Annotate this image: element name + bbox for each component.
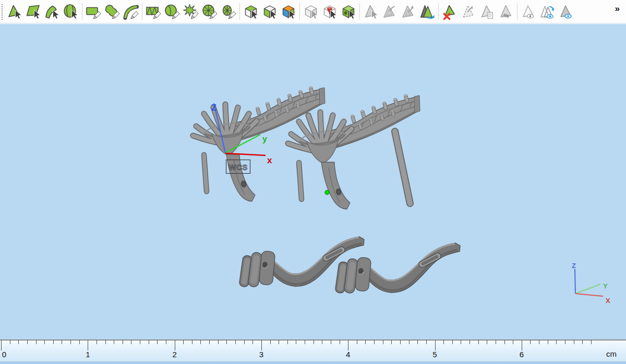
ruler-tick: [18, 340, 19, 344]
detach-selection-button[interactable]: [459, 0, 478, 22]
delete-selection-icon: [441, 3, 458, 20]
ruler-tick: [296, 340, 296, 344]
ruler-tick: [417, 340, 418, 344]
toolbar-grip-handle[interactable]: [2, 4, 3, 20]
ruler-tick: [391, 340, 392, 344]
hide-selection-button[interactable]: [519, 0, 538, 22]
orientation-x-label: X: [606, 297, 610, 305]
select-sphere-brush-button[interactable]: [163, 0, 182, 22]
toolbar-separator: [82, 3, 82, 20]
show-selection-button[interactable]: [557, 0, 575, 22]
mark-surface-icon: [44, 3, 61, 20]
detach-selection-icon: [460, 3, 477, 20]
copy-selection-icon: [479, 3, 496, 20]
mark-triangle-button[interactable]: [5, 0, 24, 22]
ruler-tick: [226, 340, 227, 344]
select-disc-small-brush-button[interactable]: [219, 0, 238, 22]
ruler-tick: [314, 340, 314, 344]
select-clear-cube-icon: [303, 3, 319, 20]
stitch-selection-button[interactable]: [497, 0, 515, 22]
curve-selection-button[interactable]: [122, 0, 140, 22]
ruler-tick: [409, 340, 410, 344]
ruler-tick: [149, 340, 149, 344]
select-sphere-brush-icon: [164, 3, 180, 20]
ruler-tick: [10, 340, 10, 344]
ruler-tick: [252, 340, 253, 344]
ruler-tick: [530, 340, 531, 344]
ruler-tick: [469, 340, 470, 344]
viewport-3d[interactable]: Z y x WCS Z Y X: [0, 24, 626, 339]
invert-selection-icon: [419, 3, 436, 20]
wcs-axis-z-label: Z: [211, 103, 216, 112]
ruler-tick: [504, 340, 505, 344]
wcs-axis-x-label: x: [267, 155, 272, 165]
freeform-selection-button[interactable]: [103, 0, 122, 22]
ruler-tick: [574, 340, 574, 344]
select-clear-cube-button[interactable]: [302, 0, 320, 22]
freeform-selection-icon: [104, 3, 121, 20]
ruler-tick: [496, 340, 496, 344]
swap-visibility-button[interactable]: [538, 0, 557, 22]
select-disc-small-brush-icon: [220, 3, 237, 20]
copy-selection-button[interactable]: [478, 0, 497, 22]
ruler-tick: [461, 340, 461, 344]
select-single-button[interactable]: [362, 0, 380, 22]
curve-selection-icon: [123, 3, 139, 20]
toolbar-group-shape-selection: [84, 0, 140, 22]
orientation-y-label: Y: [603, 282, 608, 290]
mark-plane-button[interactable]: [24, 0, 43, 22]
select-colored-faces-icon: [280, 3, 297, 20]
select-colored-faces-button[interactable]: [279, 0, 298, 22]
mark-surface-button[interactable]: [43, 0, 62, 22]
ruler-tick-label: 3: [259, 350, 263, 359]
ruler-tick: [244, 340, 245, 344]
ruler-tick: [426, 340, 427, 344]
select-star-brush-button[interactable]: [182, 0, 200, 22]
ruler-tick: [183, 340, 184, 344]
grow-selection-button[interactable]: [380, 0, 399, 22]
ruler-tick: [200, 340, 201, 344]
delete-selection-button[interactable]: [440, 0, 459, 22]
select-single-icon: [363, 3, 379, 20]
ruler-bottom-strip: [0, 361, 626, 364]
toolbar-group-mark-tools: [5, 0, 80, 22]
ruler-tick: [140, 340, 140, 344]
shrink-selection-button[interactable]: [399, 0, 418, 22]
ruler-tick: [539, 340, 539, 344]
ruler-tick: [478, 340, 479, 344]
ruler-tick: [131, 340, 131, 344]
toolbar-group-visibility: [519, 0, 575, 22]
ruler-tick: [123, 340, 123, 344]
ruler-tick: [383, 340, 383, 344]
ruler-tick: [365, 340, 366, 344]
rect-selection-button[interactable]: [84, 0, 103, 22]
ruler-tick: [166, 340, 166, 344]
toolbar-groups: [5, 0, 575, 22]
toolbar-overflow-button[interactable]: »: [615, 0, 626, 13]
select-visible-top-button[interactable]: [242, 0, 260, 22]
ruler-tick: [374, 340, 375, 344]
select-triangles-brush-button[interactable]: [144, 0, 163, 22]
toolbar-group-cube-face-selection: [242, 0, 298, 22]
select-through-cube-button[interactable]: [320, 0, 339, 22]
invert-selection-button[interactable]: [418, 0, 437, 22]
select-solid-cube-button[interactable]: [339, 0, 358, 22]
ruler-tick: [175, 340, 175, 350]
select-triangles-brush-icon: [145, 3, 162, 20]
select-solid-cube-icon: [340, 3, 357, 20]
show-selection-icon: [558, 3, 574, 20]
select-star-brush-icon: [183, 3, 199, 20]
ruler-unit-label: cm: [606, 349, 617, 358]
ruler-tick: [287, 340, 288, 344]
toolbar-separator: [299, 3, 300, 20]
model-clasp-bar-right[interactable]: [335, 243, 460, 294]
select-visible-faces-button[interactable]: [260, 0, 279, 22]
ruler-tick: [1, 340, 2, 350]
mark-shell-button[interactable]: [62, 0, 80, 22]
selection-marker[interactable]: [325, 190, 329, 195]
ruler-tick-label: 0: [2, 350, 6, 359]
ruler: cm 0123456: [0, 339, 626, 364]
select-disc-brush-button[interactable]: [200, 0, 219, 22]
main-toolbar: »: [0, 0, 626, 23]
orientation-axis-x: [575, 294, 603, 296]
